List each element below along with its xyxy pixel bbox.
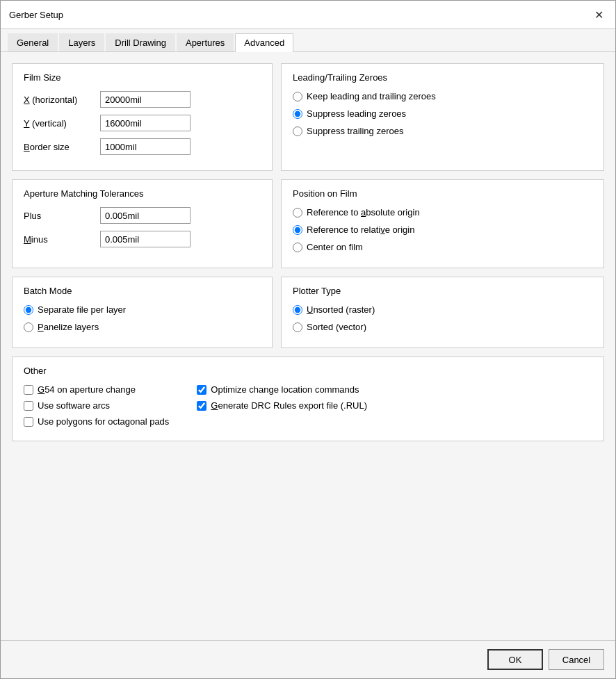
- row-3: Batch Mode Separate file per layer Panel…: [12, 277, 604, 348]
- tab-drill-drawing[interactable]: Drill Drawing: [106, 33, 175, 51]
- lt-label-suppress-leading[interactable]: Suppress leading zeroes: [307, 108, 406, 119]
- border-input[interactable]: [100, 138, 191, 155]
- lt-label-suppress-trailing[interactable]: Suppress trailing zeroes: [307, 126, 403, 136]
- leading-trailing-title: Leading/Trailing Zeroes: [293, 72, 592, 83]
- tab-advanced[interactable]: Advanced: [235, 33, 293, 52]
- lt-radio-suppress-trailing[interactable]: [293, 126, 302, 136]
- y-input[interactable]: [100, 115, 191, 131]
- border-label: Border size: [24, 142, 100, 152]
- batch-label-panelize[interactable]: Panelize layers: [38, 322, 99, 332]
- g54-label[interactable]: G54 on aperture change: [38, 384, 136, 395]
- tab-apertures[interactable]: Apertures: [177, 33, 234, 51]
- cancel-button[interactable]: Cancel: [549, 649, 604, 670]
- other-check-1: G54 on aperture change: [24, 384, 169, 395]
- optimize-checkbox[interactable]: [197, 385, 206, 395]
- other-col-left: G54 on aperture change Use software arcs…: [24, 384, 169, 432]
- pos-label-absolute[interactable]: Reference to absolute origin: [307, 207, 420, 218]
- pos-radio-relative[interactable]: [293, 225, 302, 235]
- lt-radio-1: Keep leading and trailing zeroes: [293, 91, 592, 101]
- batch-mode-title: Batch Mode: [24, 286, 261, 296]
- other-check-3: Use polygons for octagonal pads: [24, 416, 169, 427]
- dialog: Gerber Setup ✕ General Layers Drill Draw…: [0, 0, 616, 679]
- pos-label-relative[interactable]: Reference to relative origin: [307, 224, 414, 235]
- close-button[interactable]: ✕: [590, 6, 607, 23]
- other-check-2: Use software arcs: [24, 400, 169, 411]
- lt-label-keep[interactable]: Keep leading and trailing zeroes: [307, 91, 436, 101]
- ok-button[interactable]: OK: [487, 649, 543, 670]
- plotter-radio-sorted[interactable]: [293, 322, 302, 332]
- plus-field-row: Plus: [24, 207, 261, 224]
- aperture-matching-panel: Aperture Matching Tolerances Plus Minus: [12, 179, 273, 268]
- other-check-5: Generate DRC Rules export file (.RUL): [197, 400, 367, 411]
- minus-label: Minus: [24, 234, 100, 245]
- generate-drc-label[interactable]: Generate DRC Rules export file (.RUL): [211, 400, 367, 411]
- position-on-film-panel: Position on Film Reference to absolute o…: [281, 179, 604, 268]
- spacer: [12, 450, 604, 629]
- leading-trailing-panel: Leading/Trailing Zeroes Keep leading and…: [281, 63, 604, 171]
- polygons-label[interactable]: Use polygons for octagonal pads: [38, 416, 169, 427]
- tab-bar: General Layers Drill Drawing Apertures A…: [1, 29, 615, 52]
- lt-radio-suppress-leading[interactable]: [293, 109, 302, 119]
- plotter-radio-2: Sorted (vector): [293, 322, 592, 332]
- tab-layers[interactable]: Layers: [59, 33, 104, 51]
- g54-checkbox[interactable]: [24, 385, 33, 395]
- tab-general[interactable]: General: [8, 33, 58, 51]
- other-panel: Other G54 on aperture change Use softwar…: [12, 357, 604, 441]
- batch-radio-panelize[interactable]: [24, 322, 33, 332]
- y-label: Y (vertical): [24, 118, 100, 129]
- other-title: Other: [24, 366, 592, 376]
- row-2: Aperture Matching Tolerances Plus Minus …: [12, 179, 604, 268]
- y-field-row: Y (vertical): [24, 115, 261, 131]
- pos-radio-center[interactable]: [293, 243, 302, 252]
- generate-drc-checkbox[interactable]: [197, 401, 206, 411]
- plotter-label-unsorted[interactable]: Unsorted (raster): [307, 304, 375, 315]
- batch-mode-panel: Batch Mode Separate file per layer Panel…: [12, 277, 273, 348]
- other-check-4: Optimize change location commands: [197, 384, 367, 395]
- batch-radio-2: Panelize layers: [24, 322, 261, 332]
- border-field-row: Border size: [24, 138, 261, 155]
- batch-label-separate[interactable]: Separate file per layer: [38, 304, 126, 315]
- main-content: Film Size X (horizontal) Y (vertical) Bo…: [1, 52, 615, 640]
- other-col-right: Optimize change location commands Genera…: [197, 384, 367, 432]
- software-arcs-label[interactable]: Use software arcs: [38, 400, 110, 411]
- plotter-radio-unsorted[interactable]: [293, 305, 302, 315]
- lt-radio-2: Suppress leading zeroes: [293, 108, 592, 119]
- plotter-label-sorted[interactable]: Sorted (vector): [307, 322, 366, 332]
- position-on-film-title: Position on Film: [293, 188, 592, 199]
- pos-label-center[interactable]: Center on film: [307, 242, 363, 252]
- title-bar: Gerber Setup ✕: [1, 1, 615, 29]
- row-1: Film Size X (horizontal) Y (vertical) Bo…: [12, 63, 604, 171]
- plotter-type-panel: Plotter Type Unsorted (raster) Sorted (v…: [281, 277, 604, 348]
- batch-radio-separate[interactable]: [24, 305, 33, 315]
- minus-input[interactable]: [100, 231, 191, 247]
- x-label: X (horizontal): [24, 95, 100, 105]
- plus-label: Plus: [24, 211, 100, 221]
- software-arcs-checkbox[interactable]: [24, 401, 33, 411]
- film-size-title: Film Size: [24, 72, 261, 83]
- pos-radio-2: Reference to relative origin: [293, 224, 592, 235]
- plotter-type-title: Plotter Type: [293, 286, 592, 296]
- dialog-title: Gerber Setup: [9, 10, 63, 20]
- plus-input[interactable]: [100, 207, 191, 224]
- aperture-matching-title: Aperture Matching Tolerances: [24, 188, 261, 199]
- pos-radio-absolute[interactable]: [293, 208, 302, 218]
- polygons-checkbox[interactable]: [24, 417, 33, 427]
- minus-field-row: Minus: [24, 231, 261, 247]
- pos-radio-1: Reference to absolute origin: [293, 207, 592, 218]
- lt-radio-keep[interactable]: [293, 92, 302, 101]
- bottom-bar: OK Cancel: [1, 640, 615, 678]
- row-4: Other G54 on aperture change Use softwar…: [12, 357, 604, 441]
- film-size-panel: Film Size X (horizontal) Y (vertical) Bo…: [12, 63, 273, 171]
- lt-radio-3: Suppress trailing zeroes: [293, 126, 592, 136]
- optimize-label[interactable]: Optimize change location commands: [211, 384, 359, 395]
- x-input[interactable]: [100, 91, 191, 108]
- other-columns: G54 on aperture change Use software arcs…: [24, 384, 592, 432]
- pos-radio-3: Center on film: [293, 242, 592, 252]
- x-field-row: X (horizontal): [24, 91, 261, 108]
- batch-radio-1: Separate file per layer: [24, 304, 261, 315]
- plotter-radio-1: Unsorted (raster): [293, 304, 592, 315]
